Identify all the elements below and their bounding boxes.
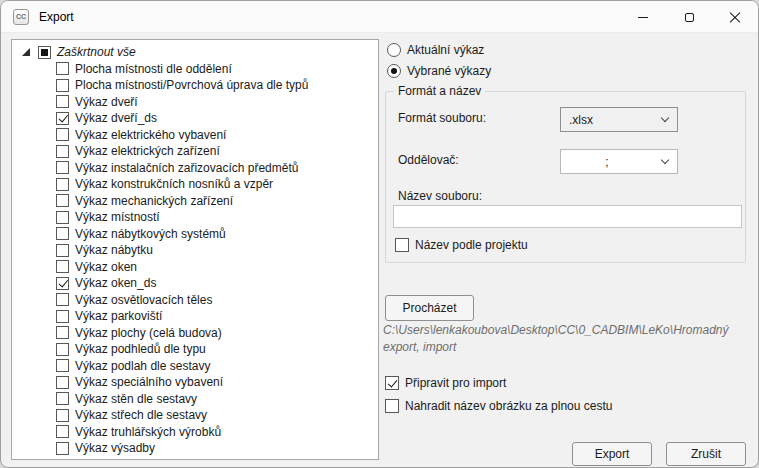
tree-item-checkbox[interactable] xyxy=(56,128,69,141)
tree-item-label: Výkaz dveří xyxy=(75,95,138,109)
separator-select[interactable]: ; xyxy=(560,149,678,174)
window-title: Export xyxy=(39,10,74,24)
radio-selected-reports[interactable]: Vybrané výkazy xyxy=(387,62,491,80)
replace-image-name-label: Nahradit název obrázku za plnou cestu xyxy=(405,399,612,413)
file-format-select[interactable]: .xlsx xyxy=(560,107,678,132)
tree-item-checkbox[interactable] xyxy=(56,95,69,108)
tree-item[interactable]: Výkaz mechanických zařízení xyxy=(12,193,378,210)
tree-item[interactable]: Výkaz oken_ds xyxy=(12,275,378,292)
minimize-button[interactable] xyxy=(620,1,666,33)
tree-item-checkbox[interactable] xyxy=(56,376,69,389)
tree-item-label: Výkaz nábytkových systémů xyxy=(75,227,226,241)
tree-item[interactable]: Výkaz stěn dle sestavy xyxy=(12,391,378,408)
tree-item[interactable]: Plocha místnosti dle oddělení xyxy=(12,61,378,78)
tree-item[interactable]: Výkaz elektrického vybavení xyxy=(12,127,378,144)
titlebar: CC Export xyxy=(1,1,758,33)
tree-item[interactable]: Výkaz dveří_ds xyxy=(12,110,378,127)
tree-item-checkbox[interactable] xyxy=(56,227,69,240)
tree-item[interactable]: Výkaz oken xyxy=(12,259,378,276)
tree-item[interactable]: Výkaz střech dle sestavy xyxy=(12,407,378,424)
tree-item-checkbox[interactable] xyxy=(56,211,69,224)
tree-item-label: Výkaz dveří_ds xyxy=(75,111,157,125)
tree-item-checkbox[interactable] xyxy=(56,310,69,323)
tree-item[interactable]: Výkaz dveří xyxy=(12,94,378,111)
tree-item-checkbox[interactable] xyxy=(56,359,69,372)
tree-item[interactable]: Výkaz nábytkových systémů xyxy=(12,226,378,243)
tree-item-label: Výkaz instalačních zařizovacích předmětů xyxy=(75,161,298,175)
tree-item-label: Plocha místnosti/Povrchová úprava dle ty… xyxy=(75,78,308,92)
tree-item-checkbox[interactable] xyxy=(56,277,69,290)
export-button[interactable]: Export xyxy=(572,442,652,466)
tree-expander-icon[interactable] xyxy=(22,48,30,56)
tree-item-checkbox[interactable] xyxy=(56,442,69,455)
tree-items-container: Plocha místnosti dle odděleníPlocha míst… xyxy=(12,61,378,457)
tree-item-checkbox[interactable] xyxy=(56,194,69,207)
tree-item-label: Výkaz oken_ds xyxy=(75,276,156,290)
tree-item-checkbox[interactable] xyxy=(56,79,69,92)
tree-item-checkbox[interactable] xyxy=(56,244,69,257)
tree-item[interactable]: Výkaz plochy (celá budova) xyxy=(12,325,378,342)
chevron-down-icon xyxy=(653,150,677,173)
tree-item-label: Výkaz osvětlovacích těles xyxy=(75,293,212,307)
select-all-checkbox[interactable] xyxy=(38,46,51,59)
select-all-row[interactable]: Zaškrtnout vše xyxy=(12,44,378,61)
tree-item-label: Výkaz nábytku xyxy=(75,243,153,257)
tree-item-checkbox[interactable] xyxy=(56,145,69,158)
tree-item[interactable]: Výkaz elektrických zařízení xyxy=(12,143,378,160)
tree-item-checkbox[interactable] xyxy=(56,293,69,306)
tree-item-checkbox[interactable] xyxy=(56,178,69,191)
minimize-icon xyxy=(638,17,648,18)
radio-selected-reports-icon[interactable] xyxy=(387,64,401,78)
tree-item-checkbox[interactable] xyxy=(56,326,69,339)
tree-item[interactable]: Výkaz truhlářských výrobků xyxy=(12,424,378,441)
tree-item[interactable]: Výkaz parkoviští xyxy=(12,308,378,325)
tree-item[interactable]: Výkaz speciálního vybavení xyxy=(12,374,378,391)
tree-item[interactable]: Výkaz místností xyxy=(12,209,378,226)
tree-item-label: Plocha místnosti dle oddělení xyxy=(75,62,232,76)
tree-item-checkbox[interactable] xyxy=(56,161,69,174)
tree-item-label: Výkaz stěn dle sestavy xyxy=(75,392,197,406)
tree-item-checkbox[interactable] xyxy=(56,343,69,356)
tree-item-checkbox[interactable] xyxy=(56,409,69,422)
file-name-label: Název souboru: xyxy=(398,189,482,203)
tree-item[interactable]: Výkaz výsadby xyxy=(12,440,378,457)
tree-item[interactable]: Výkaz podhledů dle typu xyxy=(12,341,378,358)
radio-current-report[interactable]: Aktuální výkaz xyxy=(387,41,484,59)
tree-item-label: Výkaz elektrických zařízení xyxy=(75,144,220,158)
tree-item[interactable]: Výkaz nábytku xyxy=(12,242,378,259)
tree-item-checkbox[interactable] xyxy=(56,425,69,438)
cc-app-icon: CC xyxy=(13,9,29,25)
maximize-button[interactable] xyxy=(666,1,712,33)
export-dialog: CC Export Zaškrtnout vše Plocha místnost… xyxy=(0,0,759,468)
tree-item-checkbox[interactable] xyxy=(56,260,69,273)
name-by-project-row[interactable]: Název podle projektu xyxy=(395,236,528,254)
separator-label: Oddělovač: xyxy=(398,153,459,167)
prepare-import-checkbox[interactable] xyxy=(385,376,399,390)
tree-item[interactable]: Výkaz podlah dle sestavy xyxy=(12,358,378,375)
name-by-project-label: Název podle projektu xyxy=(415,238,528,252)
tree-item[interactable]: Plocha místnosti/Povrchová úprava dle ty… xyxy=(12,77,378,94)
tree-item[interactable]: Výkaz konstrukčních nosníků a vzpěr xyxy=(12,176,378,193)
tree-item[interactable]: Výkaz osvětlovacích těles xyxy=(12,292,378,309)
replace-image-name-row[interactable]: Nahradit název obrázku za plnou cestu xyxy=(385,397,612,415)
file-name-input[interactable] xyxy=(393,205,742,228)
replace-image-name-checkbox[interactable] xyxy=(385,399,399,413)
tree-item-label: Výkaz podlah dle sestavy xyxy=(75,359,210,373)
browse-button[interactable]: Procházet xyxy=(385,295,474,321)
tree-item-checkbox[interactable] xyxy=(56,392,69,405)
prepare-import-row[interactable]: Připravit pro import xyxy=(385,374,506,392)
close-icon xyxy=(729,11,741,23)
report-list[interactable]: Zaškrtnout vše Plocha místnosti dle oddě… xyxy=(11,39,379,460)
tree-item-label: Výkaz konstrukčních nosníků a vzpěr xyxy=(75,177,273,191)
tree-item-checkbox[interactable] xyxy=(56,112,69,125)
tree-item-label: Výkaz výsadby xyxy=(75,441,155,455)
tree-item-checkbox[interactable] xyxy=(56,62,69,75)
tree-item-label: Výkaz speciálního vybavení xyxy=(75,375,223,389)
tree-item-label: Výkaz oken xyxy=(75,260,137,274)
close-button[interactable] xyxy=(712,1,758,33)
tree-item[interactable]: Výkaz instalačních zařizovacích předmětů xyxy=(12,160,378,177)
cancel-button[interactable]: Zrušit xyxy=(666,442,746,466)
name-by-project-checkbox[interactable] xyxy=(395,238,409,252)
tree-item-label: Výkaz podhledů dle typu xyxy=(75,342,206,356)
radio-current-report-icon[interactable] xyxy=(387,43,401,57)
